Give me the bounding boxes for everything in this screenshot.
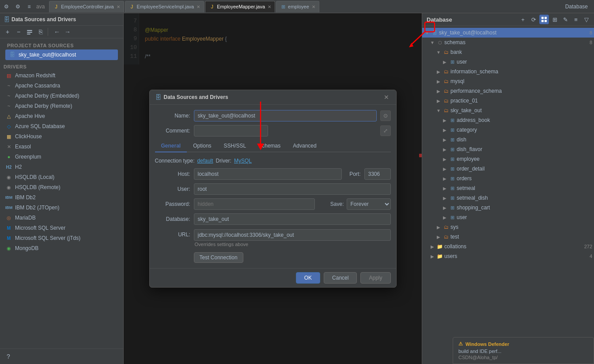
tree-test[interactable]: ▶ 🗂 test <box>422 232 594 242</box>
tree-category[interactable]: ▶ ⊞ category <box>422 125 594 135</box>
tab-options[interactable]: Options <box>187 140 217 152</box>
tree-setmeal[interactable]: ▶ ⊞ setmeal <box>422 183 594 193</box>
driver-greenplum[interactable]: ● Greenplum <box>2 152 121 162</box>
ok-button[interactable]: OK <box>296 272 320 284</box>
port-input[interactable] <box>364 168 391 180</box>
tree-bank[interactable]: ▼ 🗂 bank <box>422 47 594 57</box>
cancel-button[interactable]: Cancel <box>324 272 357 284</box>
driver-h2[interactable]: H2 H2 <box>2 162 121 172</box>
driver-label: Microsoft SQL Server <box>15 225 65 231</box>
tree-root[interactable]: ▼ 🗄 sky_take_out@localhost 8 <box>422 28 594 38</box>
tab-schemas[interactable]: Schemas <box>252 140 287 152</box>
refresh-btn[interactable]: ⟳ <box>529 15 538 24</box>
host-label: Host: <box>155 171 190 177</box>
name-input[interactable] <box>194 110 377 121</box>
help-btn[interactable]: ? <box>4 352 13 361</box>
driver-hsqldb-remote[interactable]: ◉ HSQLDB (Remote) <box>2 182 121 192</box>
comment-input[interactable] <box>194 125 268 136</box>
tree-sky-take-out-schema[interactable]: ▼ 🗂 sky_take_out <box>422 106 594 115</box>
driver-value[interactable]: MySQL <box>234 158 252 164</box>
driver-mssql[interactable]: M Microsoft SQL Server <box>2 223 121 233</box>
conn-type-value[interactable]: default <box>197 158 213 164</box>
collations-label: collations <box>444 243 582 250</box>
comment-expand-btn[interactable]: ⤢ <box>380 125 391 136</box>
url-input[interactable] <box>194 229 391 241</box>
apply-button[interactable]: Apply <box>360 272 390 284</box>
driver-mariadb[interactable]: ◎ MariaDB <box>2 213 121 223</box>
save-select[interactable]: Forever For session Never <box>347 198 391 210</box>
tab-employee-service[interactable]: J EmployeeServiceImpl.java ✕ <box>125 1 204 12</box>
conn-type-row: Connection type: default Driver: MySQL <box>155 158 391 164</box>
tab-advanced[interactable]: Advanced <box>287 140 322 152</box>
driver-apache-cassandra[interactable]: ~ Apache Cassandra <box>2 81 121 91</box>
test-connection-btn[interactable]: Test Connection <box>194 252 243 263</box>
tab-close-2[interactable]: ✕ <box>197 4 200 9</box>
driver-apache-hive[interactable]: △ Apache Hive <box>2 111 121 121</box>
add-datasource-btn[interactable]: + <box>518 15 528 24</box>
layout-btn[interactable]: ≡ <box>571 15 581 24</box>
driver-hsqldb-local[interactable]: ◉ HSQLDB (Local) <box>2 172 121 182</box>
driver-apache-derby-remote[interactable]: ~ Apache Derby (Remote) <box>2 101 121 111</box>
tree-order-detail[interactable]: ▶ ⊞ order_detail <box>422 164 594 174</box>
name-options-btn[interactable]: ⊙ <box>380 110 391 121</box>
driver-exasol[interactable]: ✕ Exasol <box>2 142 121 152</box>
orders-arrow: ▶ <box>442 175 448 182</box>
tree-practice[interactable]: ▶ 🗂 practice_01 <box>422 96 594 106</box>
tree-setmeal-dish[interactable]: ▶ ⊞ setmeal_dish <box>422 193 594 203</box>
tree-employee[interactable]: ▶ ⊞ employee <box>422 154 594 164</box>
tree-sys[interactable]: ▶ 🗂 sys <box>422 222 594 232</box>
tab-employee-controller[interactable]: J EmployeeController.java ✕ <box>49 1 124 12</box>
driver-clickhouse[interactable]: ▦ ClickHouse <box>2 132 121 141</box>
table-layout-btn[interactable]: ⊞ <box>550 15 560 24</box>
driver-mongodb[interactable]: ◉ MongoDB <box>2 243 121 253</box>
remove-btn[interactable]: − <box>14 27 23 37</box>
add-btn[interactable]: + <box>3 27 12 37</box>
forward-btn[interactable]: → <box>63 27 72 37</box>
project-label: ava <box>36 4 45 10</box>
database-input[interactable] <box>194 213 391 225</box>
tree-perf-schema[interactable]: ▶ 🗂 performance_schema <box>422 86 594 96</box>
back-btn[interactable]: ← <box>52 27 62 37</box>
tree-address-book[interactable]: ▶ ⊞ address_book <box>422 115 594 125</box>
project-icon[interactable]: ⚙ <box>2 2 11 11</box>
tab-close-4[interactable]: ✕ <box>312 4 315 9</box>
copy-btn[interactable]: ⎘ <box>36 27 45 37</box>
tree-user-table[interactable]: ▶ ⊞ user <box>422 212 594 222</box>
filter-btn[interactable]: ▽ <box>582 15 591 24</box>
tree-orders[interactable]: ▶ ⊞ orders <box>422 174 594 183</box>
tree-schemas[interactable]: ▼ ⬡ schemas 8 <box>422 38 594 47</box>
settings-icon[interactable]: ⚙ <box>13 2 22 11</box>
driver-mssql-jtds[interactable]: M Microsoft SQL Server (jTds) <box>2 233 121 243</box>
tree-dish[interactable]: ▶ ⊞ dish <box>422 135 594 144</box>
driver-ibm-db2-jtopen[interactable]: IBM IBM Db2 (JTOpen) <box>2 203 121 212</box>
password-input[interactable] <box>194 198 315 210</box>
tree-mysql[interactable]: ▶ 🗂 mysql <box>422 76 594 86</box>
tab-close-3[interactable]: ✕ <box>268 4 271 9</box>
driver-ibm-db2[interactable]: IBM IBM Db2 <box>2 193 121 202</box>
edit-db-btn[interactable]: ✎ <box>560 15 570 24</box>
tree-users[interactable]: ▶ 📁 users 4 <box>422 251 594 261</box>
host-input[interactable] <box>194 168 342 180</box>
driver-apache-derby-embedded[interactable]: ~ Apache Derby (Embedded) <box>2 91 121 101</box>
tree-shopping-cart[interactable]: ▶ ⊞ shopping_cart <box>422 203 594 212</box>
view-highlighted-btn[interactable] <box>539 15 549 24</box>
tree-dish-flavor[interactable]: ▶ ⊞ dish_flavor <box>422 144 594 154</box>
driver-amazon-redshift[interactable]: ▤ Amazon Redshift <box>2 71 121 80</box>
driver-azure-sql[interactable]: ◇ Azure SQL Database <box>2 121 121 131</box>
tab-ssh-ssl[interactable]: SSH/SSL <box>218 140 253 152</box>
tree-info-schema[interactable]: ▶ 🗂 information_schema <box>422 67 594 76</box>
dialog-close-btn[interactable]: ✕ <box>382 94 391 101</box>
edit-props-btn[interactable] <box>25 27 34 37</box>
tab-employee-mapper[interactable]: J EmployeeMapper.java ✕ <box>205 1 275 12</box>
tab-close-1[interactable]: ✕ <box>117 4 120 9</box>
java-icon-2: J <box>129 4 135 10</box>
tab-employee-db[interactable]: ⊞ employee ✕ <box>276 1 319 12</box>
datasource-sky-take-out[interactable]: 🗄 sky_take_out@localhost <box>5 49 118 60</box>
user-input[interactable] <box>194 183 391 195</box>
tree-collations[interactable]: ▶ 📁 collations 272 <box>422 242 594 251</box>
sky-schema-label: sky_take_out <box>450 107 592 114</box>
tab-general[interactable]: General <box>155 140 187 152</box>
tree-bank-user[interactable]: ▶ ⊞ user <box>422 57 594 67</box>
users-icon: 📁 <box>436 253 443 260</box>
appearance-icon[interactable]: ≡ <box>25 2 34 11</box>
